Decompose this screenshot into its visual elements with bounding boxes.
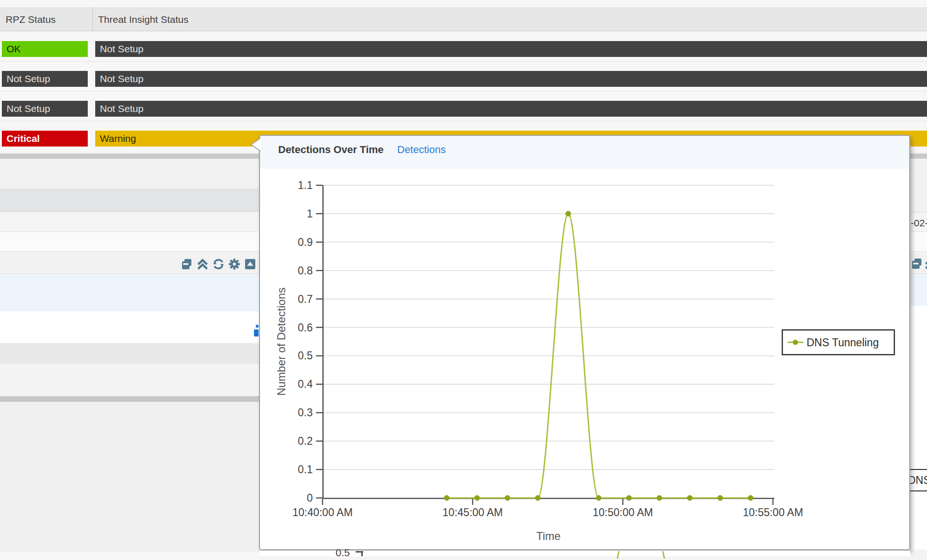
svg-text:10:50:00 AM: 10:50:00 AM xyxy=(593,506,653,518)
detections-popup: Detections Over Time Detections 00.10.20… xyxy=(259,135,910,550)
export-icon[interactable] xyxy=(244,258,256,270)
collapse-icon[interactable] xyxy=(924,258,927,270)
svg-text:0.6: 0.6 xyxy=(298,322,313,334)
hidden-blue-icon-fragment xyxy=(254,329,259,336)
column-header-threat-insight-status: Threat Insight Status xyxy=(98,14,189,25)
timestamp-fragment: -02- xyxy=(911,217,927,229)
hidden-blue-icon-fragment xyxy=(256,325,259,328)
svg-text:10:45:00 AM: 10:45:00 AM xyxy=(442,506,503,518)
right-widget-background: -02- DNS Tunneling xyxy=(910,159,927,560)
column-header-rpz-status: RPZ Status xyxy=(6,14,56,25)
svg-text:10:40:00 AM: 10:40:00 AM xyxy=(292,506,352,518)
bg-band-white xyxy=(0,311,260,343)
bg-band xyxy=(0,365,260,396)
bg-band xyxy=(910,550,927,560)
svg-text:0.9: 0.9 xyxy=(298,236,313,248)
bg-band-selected xyxy=(0,189,260,212)
svg-text:0.1: 0.1 xyxy=(298,463,313,476)
left-widget-background xyxy=(0,159,260,560)
rpz-status-badge[interactable]: Not Setup xyxy=(2,71,88,87)
svg-text:Time: Time xyxy=(536,530,561,542)
hidden-chart-fragments xyxy=(260,551,910,560)
svg-text:0.2: 0.2 xyxy=(298,435,313,447)
hidden-legend-label: DNS Tunneling xyxy=(908,474,927,487)
status-row-1: OK Not Setup xyxy=(0,32,927,62)
svg-text:0.7: 0.7 xyxy=(298,293,313,305)
detections-over-time-chart: 00.10.20.30.40.50.60.70.80.911.110:40:00… xyxy=(260,136,909,549)
bg-band xyxy=(910,232,927,252)
bg-band xyxy=(0,402,260,552)
svg-text:10:55:00 AM: 10:55:00 AM xyxy=(743,506,803,518)
threat-status-badge[interactable]: Not Setup xyxy=(95,101,927,117)
popup-callout-arrow xyxy=(250,137,261,152)
svg-text:1.1: 1.1 xyxy=(298,179,313,191)
status-row-2: Not Setup Not Setup xyxy=(0,62,927,91)
svg-text:Number of Detections: Number of Detections xyxy=(275,287,288,396)
hidden-chart-bottom-sliver: 0.5 xyxy=(260,551,910,560)
copy-icon[interactable] xyxy=(911,258,923,270)
section-divider xyxy=(0,396,260,402)
legend-label: DNS Tunneling xyxy=(807,336,879,349)
bg-band xyxy=(0,343,260,364)
bg-band-white xyxy=(910,306,927,550)
status-table-header: RPZ Status Threat Insight Status xyxy=(0,7,927,31)
bg-band-alice xyxy=(910,274,927,306)
rpz-status-badge[interactable]: Critical xyxy=(2,131,88,147)
svg-text:0: 0 xyxy=(307,492,313,504)
svg-text:0.5: 0.5 xyxy=(298,350,313,362)
rpz-status-badge[interactable]: Not Setup xyxy=(2,101,88,117)
svg-text:0.4: 0.4 xyxy=(298,378,313,390)
bg-band xyxy=(0,212,260,232)
bg-band xyxy=(0,552,260,560)
bg-band xyxy=(0,232,260,252)
column-divider xyxy=(92,8,93,31)
settings-gear-icon[interactable] xyxy=(228,258,240,270)
collapse-icon[interactable] xyxy=(197,258,209,270)
bg-band xyxy=(0,159,260,189)
bg-band-alice xyxy=(0,274,260,311)
status-row-3: Not Setup Not Setup xyxy=(0,91,927,121)
rpz-status-badge[interactable]: OK xyxy=(2,41,88,57)
refresh-icon[interactable] xyxy=(212,258,225,270)
copy-icon[interactable] xyxy=(181,258,193,270)
svg-text:1: 1 xyxy=(307,208,313,220)
svg-text:0.3: 0.3 xyxy=(298,406,313,419)
svg-text:0.8: 0.8 xyxy=(298,265,313,277)
bg-band xyxy=(910,159,927,212)
threat-status-badge[interactable]: Not Setup xyxy=(95,71,927,87)
dashboard-stage: RPZ Status Threat Insight Status OK Not … xyxy=(0,0,927,560)
threat-status-badge[interactable]: Not Setup xyxy=(95,41,927,57)
